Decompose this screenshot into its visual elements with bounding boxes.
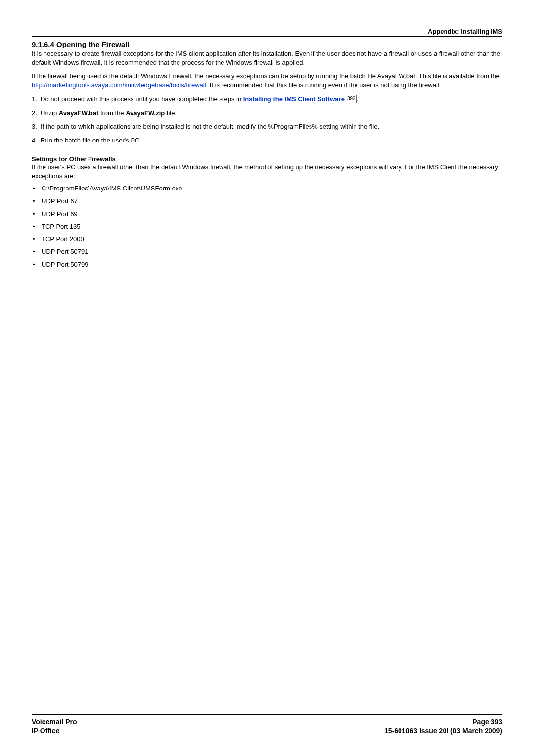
step-number: 2. [32, 109, 41, 118]
step-number: 1. [32, 95, 41, 104]
step3-text: If the path to which applications are be… [41, 122, 502, 131]
page-ref-badge: 392 [346, 95, 357, 103]
step-number: 3. [32, 122, 41, 131]
list-item: C:\ProgramFiles\Avaya\IMS Client\UMSForm… [32, 184, 502, 193]
footer-product: Voicemail Pro [32, 717, 77, 726]
step-4: 4. Run the batch file on the user's PC. [32, 136, 502, 145]
step-1: 1. Do not proceed with this process unti… [32, 95, 502, 104]
other-firewalls-heading: Settings for Other Firewalls [32, 155, 502, 163]
list-item: UDP Port 69 [32, 210, 502, 219]
list-item: TCP Port 2000 [32, 235, 502, 244]
appendix-title: Appendix: Installing IMS [428, 28, 502, 35]
footer-issue: 15-601063 Issue 20l (03 March 2009) [384, 726, 502, 735]
install-client-xref-link[interactable]: Installing the IMS Client Software [243, 95, 345, 103]
footer-platform: IP Office [32, 726, 77, 735]
footer-page: Page 393 [384, 717, 502, 726]
list-item: TCP Port 135 [32, 222, 502, 231]
page-header: Appendix: Installing IMS [32, 28, 502, 37]
p2-text-b: . It is recommended that this file is ru… [206, 81, 441, 89]
p2-text-a: If the firewall being used is the defaul… [32, 72, 500, 80]
other-firewalls-text: If the user's PC uses a firewall other t… [32, 163, 502, 180]
step-2: 2. Unzip AvayaFW.bat from the AvayaFW.zi… [32, 109, 502, 118]
exception-5: UDP Port 50791 [42, 247, 88, 256]
exception-4: TCP Port 2000 [42, 235, 84, 244]
list-item: UDP Port 50799 [32, 260, 502, 269]
step-number: 4. [32, 136, 41, 145]
step2-file-zip: AvayaFW.zip [126, 109, 165, 117]
step2-text-a: Unzip [41, 109, 59, 117]
install-steps: 1. Do not proceed with this process unti… [32, 95, 502, 144]
exception-0: C:\ProgramFiles\Avaya\IMS Client\UMSForm… [42, 184, 182, 193]
step2-file-bat: AvayaFW.bat [59, 109, 98, 117]
exception-2: UDP Port 69 [42, 210, 78, 219]
firewall-kb-link[interactable]: http://marketingtools.avaya.com/knowledg… [32, 81, 206, 89]
exception-6: UDP Port 50799 [42, 260, 88, 269]
exception-3: TCP Port 135 [42, 222, 81, 231]
step4-text: Run the batch file on the user's PC. [41, 136, 502, 145]
page-content: Appendix: Installing IMS 9.1.6.4 Opening… [0, 0, 534, 269]
section-heading: 9.1.6.4 Opening the Firewall [32, 40, 502, 48]
intro-paragraph-2: If the firewall being used is the defaul… [32, 72, 502, 89]
exception-1: UDP Port 67 [42, 197, 78, 206]
exceptions-list: C:\ProgramFiles\Avaya\IMS Client\UMSForm… [32, 184, 502, 269]
section-title-text: Opening the Firewall [56, 40, 130, 48]
step2-text-c: from the [98, 109, 126, 117]
step-3: 3. If the path to which applications are… [32, 122, 502, 131]
page-footer: Voicemail Pro IP Office Page 393 15-6010… [32, 714, 502, 735]
section-number: 9.1.6.4 [32, 40, 54, 48]
step1-text-a: Do not proceed with this process until y… [41, 95, 243, 103]
list-item: UDP Port 67 [32, 197, 502, 206]
step1-text-b: . [357, 95, 359, 103]
step2-text-d: file. [165, 109, 177, 117]
list-item: UDP Port 50791 [32, 247, 502, 256]
intro-paragraph-1: It is necessary to create firewall excep… [32, 49, 502, 67]
